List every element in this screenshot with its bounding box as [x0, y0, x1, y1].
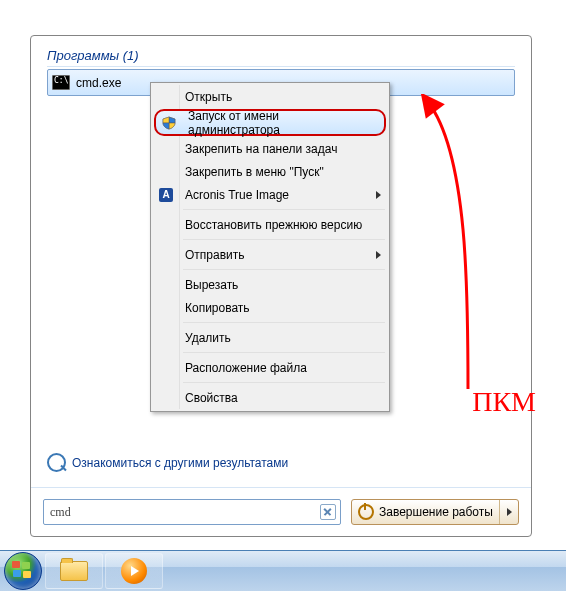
ctx-restore-previous[interactable]: Восстановить прежнюю версию — [153, 213, 387, 236]
ctx-send-to-label: Отправить — [185, 248, 245, 262]
ctx-separator — [183, 352, 385, 353]
ctx-separator — [183, 322, 385, 323]
ctx-properties[interactable]: Свойства — [153, 386, 387, 409]
power-icon — [358, 504, 374, 520]
clear-search-icon[interactable] — [320, 504, 336, 520]
shutdown-label: Завершение работы — [379, 505, 493, 519]
ctx-separator — [183, 239, 385, 240]
taskbar-media-player-button[interactable] — [105, 553, 163, 589]
ctx-pin-taskbar[interactable]: Закрепить на панели задач — [153, 137, 387, 160]
folder-icon — [60, 561, 88, 581]
ctx-copy-label: Копировать — [185, 301, 250, 315]
uac-shield-icon — [161, 115, 177, 131]
result-item-label: cmd.exe — [76, 76, 121, 90]
ctx-acronis[interactable]: A Acronis True Image — [153, 183, 387, 206]
ctx-open-label: Открыть — [185, 90, 232, 104]
taskbar — [0, 550, 566, 591]
ctx-properties-label: Свойства — [185, 391, 238, 405]
ctx-open[interactable]: Открыть — [153, 85, 387, 108]
windows-logo-icon — [12, 561, 32, 579]
ctx-cut[interactable]: Вырезать — [153, 273, 387, 296]
ctx-delete-label: Удалить — [185, 331, 231, 345]
ctx-pin-start[interactable]: Закрепить в меню "Пуск" — [153, 160, 387, 183]
shutdown-button[interactable]: Завершение работы — [351, 499, 519, 525]
ctx-pin-start-label: Закрепить в меню "Пуск" — [185, 165, 324, 179]
bottom-bar: Завершение работы — [31, 487, 531, 536]
see-more-results-link[interactable]: Ознакомиться с другими результатами — [47, 453, 288, 472]
taskbar-explorer-button[interactable] — [45, 553, 103, 589]
ctx-delete[interactable]: Удалить — [153, 326, 387, 349]
search-icon — [47, 453, 66, 472]
ctx-separator — [183, 382, 385, 383]
search-box[interactable] — [43, 499, 341, 525]
ctx-acronis-label: Acronis True Image — [185, 188, 289, 202]
ctx-separator — [183, 209, 385, 210]
ctx-open-location-label: Расположение файла — [185, 361, 307, 375]
ctx-copy[interactable]: Копировать — [153, 296, 387, 319]
start-button[interactable] — [3, 551, 43, 591]
ctx-restore-previous-label: Восстановить прежнюю версию — [185, 218, 362, 232]
submenu-arrow-icon — [376, 191, 381, 199]
see-more-label: Ознакомиться с другими результатами — [72, 456, 288, 470]
ctx-run-as-admin-label: Запуск от имени администратора — [188, 109, 366, 137]
submenu-arrow-icon — [376, 251, 381, 259]
shutdown-main[interactable]: Завершение работы — [352, 504, 499, 520]
ctx-open-location[interactable]: Расположение файла — [153, 356, 387, 379]
cmd-icon — [52, 75, 70, 90]
ctx-pin-taskbar-label: Закрепить на панели задач — [185, 142, 337, 156]
ctx-run-as-admin[interactable]: Запуск от имени администратора — [154, 109, 386, 136]
results-group-header: Программы (1) — [47, 48, 515, 67]
search-input[interactable] — [48, 504, 320, 521]
ctx-send-to[interactable]: Отправить — [153, 243, 387, 266]
chevron-right-icon — [507, 508, 512, 516]
context-menu: Открыть Запуск от имени администратора З… — [150, 82, 390, 412]
acronis-icon: A — [158, 187, 174, 203]
ctx-separator — [183, 269, 385, 270]
annotation-label: ПКМ — [472, 386, 536, 418]
shutdown-options-arrow[interactable] — [499, 500, 518, 524]
ctx-cut-label: Вырезать — [185, 278, 238, 292]
media-player-icon — [121, 558, 147, 584]
